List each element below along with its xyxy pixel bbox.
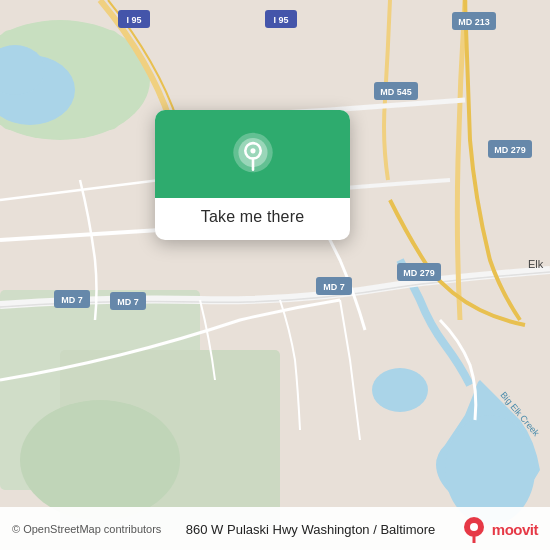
- svg-point-33: [250, 148, 255, 153]
- svg-text:MD 7: MD 7: [117, 297, 139, 307]
- card-body: Take me there: [155, 198, 350, 240]
- svg-text:MD 213: MD 213: [458, 17, 490, 27]
- moovit-brand-name: moovit: [492, 521, 538, 538]
- location-card: Take me there: [155, 110, 350, 240]
- svg-text:I 95: I 95: [126, 15, 141, 25]
- map-container: I 95 I 95 MD 213 MD 545 MD 279 MD 279 MD…: [0, 0, 550, 550]
- svg-text:I 95: I 95: [273, 15, 288, 25]
- svg-text:Elk: Elk: [528, 258, 544, 270]
- svg-text:MD 7: MD 7: [323, 282, 345, 292]
- svg-text:MD 7: MD 7: [61, 295, 83, 305]
- moovit-brand-icon: [460, 515, 488, 543]
- card-header: [155, 110, 350, 198]
- svg-text:MD 279: MD 279: [494, 145, 526, 155]
- svg-text:MD 545: MD 545: [380, 87, 412, 97]
- bottom-bar: © OpenStreetMap contributors 860 W Pulas…: [0, 507, 550, 550]
- svg-point-5: [20, 400, 180, 520]
- address-line: 860 W Pulaski Hwy Washington / Baltimore: [161, 522, 459, 537]
- map-background: I 95 I 95 MD 213 MD 545 MD 279 MD 279 MD…: [0, 0, 550, 550]
- moovit-logo: moovit: [460, 515, 538, 543]
- location-pin-icon: [229, 132, 277, 180]
- svg-text:MD 279: MD 279: [403, 268, 435, 278]
- take-me-there-button[interactable]: Take me there: [201, 208, 304, 226]
- svg-point-9: [372, 368, 428, 412]
- map-attribution: © OpenStreetMap contributors: [12, 523, 161, 535]
- svg-point-35: [470, 523, 478, 531]
